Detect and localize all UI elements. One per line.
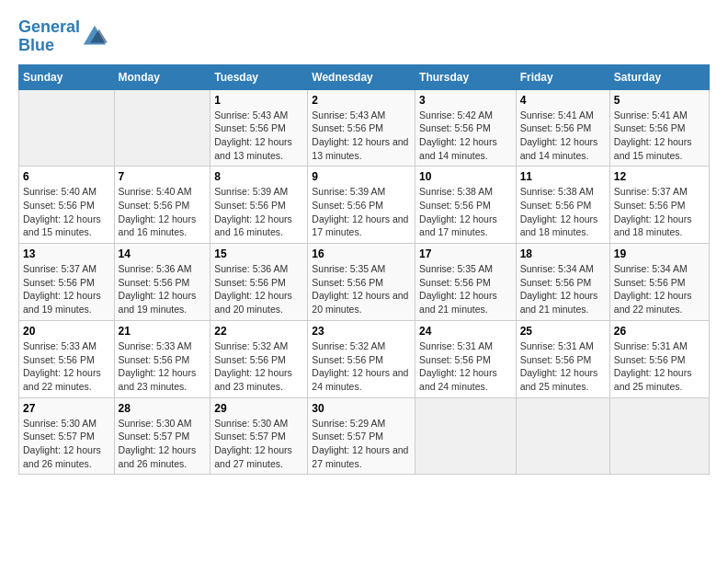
day-info: Sunrise: 5:32 AMSunset: 5:56 PMDaylight:… — [312, 339, 411, 394]
day-info: Sunrise: 5:35 AMSunset: 5:56 PMDaylight:… — [419, 262, 512, 316]
day-info: Sunrise: 5:41 AMSunset: 5:56 PMDaylight:… — [614, 109, 705, 163]
day-number: 16 — [312, 247, 411, 260]
day-cell: 21Sunrise: 5:33 AMSunset: 5:56 PMDayligh… — [114, 320, 210, 397]
day-number: 13 — [23, 247, 110, 260]
day-cell — [415, 397, 517, 475]
day-info: Sunrise: 5:31 AMSunset: 5:56 PMDaylight:… — [520, 339, 606, 394]
day-info: Sunrise: 5:40 AMSunset: 5:56 PMDaylight:… — [23, 185, 110, 239]
header-cell-sunday: Sunday — [19, 64, 115, 89]
day-cell — [114, 89, 210, 167]
day-number: 23 — [312, 325, 411, 338]
day-cell: 22Sunrise: 5:32 AMSunset: 5:56 PMDayligh… — [210, 320, 308, 397]
day-cell: 4Sunrise: 5:41 AMSunset: 5:56 PMDaylight… — [516, 89, 609, 167]
day-number: 12 — [614, 170, 705, 183]
day-cell: 15Sunrise: 5:36 AMSunset: 5:56 PMDayligh… — [210, 244, 308, 321]
header-cell-thursday: Thursday — [415, 64, 517, 89]
day-cell: 27Sunrise: 5:30 AMSunset: 5:57 PMDayligh… — [19, 397, 115, 475]
day-info: Sunrise: 5:34 AMSunset: 5:56 PMDaylight:… — [614, 262, 705, 316]
logo: GeneralBlue — [18, 18, 108, 55]
day-info: Sunrise: 5:39 AMSunset: 5:56 PMDaylight:… — [214, 185, 303, 239]
day-info: Sunrise: 5:40 AMSunset: 5:56 PMDaylight:… — [119, 185, 207, 239]
calendar-body: 1Sunrise: 5:43 AMSunset: 5:56 PMDaylight… — [19, 89, 710, 475]
day-info: Sunrise: 5:39 AMSunset: 5:56 PMDaylight:… — [312, 185, 411, 239]
day-info: Sunrise: 5:38 AMSunset: 5:56 PMDaylight:… — [419, 185, 512, 239]
day-cell: 3Sunrise: 5:42 AMSunset: 5:56 PMDaylight… — [415, 89, 517, 167]
day-info: Sunrise: 5:43 AMSunset: 5:56 PMDaylight:… — [312, 109, 411, 163]
day-cell: 9Sunrise: 5:39 AMSunset: 5:56 PMDaylight… — [308, 167, 415, 244]
day-cell: 11Sunrise: 5:38 AMSunset: 5:56 PMDayligh… — [516, 167, 609, 244]
day-info: Sunrise: 5:38 AMSunset: 5:56 PMDaylight:… — [520, 185, 606, 239]
page-header: GeneralBlue — [18, 18, 710, 55]
day-number: 11 — [520, 170, 606, 183]
week-row-3: 13Sunrise: 5:37 AMSunset: 5:56 PMDayligh… — [19, 244, 710, 321]
day-cell: 16Sunrise: 5:35 AMSunset: 5:56 PMDayligh… — [308, 244, 415, 321]
day-cell: 13Sunrise: 5:37 AMSunset: 5:56 PMDayligh… — [19, 244, 115, 321]
day-number: 7 — [119, 170, 207, 183]
week-row-1: 1Sunrise: 5:43 AMSunset: 5:56 PMDaylight… — [19, 89, 710, 167]
day-info: Sunrise: 5:43 AMSunset: 5:56 PMDaylight:… — [214, 109, 303, 163]
day-number: 24 — [419, 325, 512, 338]
week-row-4: 20Sunrise: 5:33 AMSunset: 5:56 PMDayligh… — [19, 320, 710, 397]
day-number: 22 — [214, 325, 303, 338]
day-cell: 29Sunrise: 5:30 AMSunset: 5:57 PMDayligh… — [210, 397, 308, 475]
day-number: 18 — [520, 247, 606, 260]
day-cell: 26Sunrise: 5:31 AMSunset: 5:56 PMDayligh… — [609, 320, 709, 397]
day-number: 6 — [23, 170, 110, 183]
header-cell-friday: Friday — [516, 64, 609, 89]
day-number: 29 — [214, 402, 303, 415]
day-info: Sunrise: 5:37 AMSunset: 5:56 PMDaylight:… — [614, 185, 705, 239]
day-cell: 1Sunrise: 5:43 AMSunset: 5:56 PMDaylight… — [210, 89, 308, 167]
day-number: 8 — [214, 170, 303, 183]
day-number: 14 — [119, 247, 207, 260]
day-cell: 23Sunrise: 5:32 AMSunset: 5:56 PMDayligh… — [308, 320, 415, 397]
day-info: Sunrise: 5:36 AMSunset: 5:56 PMDaylight:… — [119, 262, 207, 316]
day-info: Sunrise: 5:30 AMSunset: 5:57 PMDaylight:… — [119, 417, 207, 471]
logo-text: GeneralBlue — [18, 18, 80, 55]
day-info: Sunrise: 5:36 AMSunset: 5:56 PMDaylight:… — [214, 262, 303, 316]
day-cell: 20Sunrise: 5:33 AMSunset: 5:56 PMDayligh… — [19, 320, 115, 397]
day-number: 21 — [119, 325, 207, 338]
day-number: 20 — [23, 325, 110, 338]
day-info: Sunrise: 5:34 AMSunset: 5:56 PMDaylight:… — [520, 262, 606, 316]
day-cell — [19, 89, 115, 167]
day-cell: 18Sunrise: 5:34 AMSunset: 5:56 PMDayligh… — [516, 244, 609, 321]
calendar-header-row: SundayMondayTuesdayWednesdayThursdayFrid… — [19, 64, 710, 89]
day-number: 26 — [614, 325, 705, 338]
day-cell: 24Sunrise: 5:31 AMSunset: 5:56 PMDayligh… — [415, 320, 517, 397]
day-number: 2 — [312, 94, 411, 107]
day-cell — [609, 397, 709, 475]
day-cell: 25Sunrise: 5:31 AMSunset: 5:56 PMDayligh… — [516, 320, 609, 397]
day-cell: 6Sunrise: 5:40 AMSunset: 5:56 PMDaylight… — [19, 167, 115, 244]
day-cell: 5Sunrise: 5:41 AMSunset: 5:56 PMDaylight… — [609, 89, 709, 167]
day-number: 3 — [419, 94, 512, 107]
day-number: 15 — [214, 247, 303, 260]
day-info: Sunrise: 5:41 AMSunset: 5:56 PMDaylight:… — [520, 109, 606, 163]
logo-icon — [82, 24, 108, 50]
day-cell: 17Sunrise: 5:35 AMSunset: 5:56 PMDayligh… — [415, 244, 517, 321]
day-cell: 28Sunrise: 5:30 AMSunset: 5:57 PMDayligh… — [114, 397, 210, 475]
day-number: 17 — [419, 247, 512, 260]
day-number: 1 — [214, 94, 303, 107]
day-number: 4 — [520, 94, 606, 107]
day-cell: 10Sunrise: 5:38 AMSunset: 5:56 PMDayligh… — [415, 167, 517, 244]
day-info: Sunrise: 5:30 AMSunset: 5:57 PMDaylight:… — [23, 417, 110, 471]
day-cell: 12Sunrise: 5:37 AMSunset: 5:56 PMDayligh… — [609, 167, 709, 244]
header-cell-saturday: Saturday — [609, 64, 709, 89]
day-cell: 30Sunrise: 5:29 AMSunset: 5:57 PMDayligh… — [308, 397, 415, 475]
day-number: 30 — [312, 402, 411, 415]
day-info: Sunrise: 5:33 AMSunset: 5:56 PMDaylight:… — [119, 339, 207, 394]
day-number: 19 — [614, 247, 705, 260]
day-number: 27 — [23, 402, 110, 415]
day-cell: 8Sunrise: 5:39 AMSunset: 5:56 PMDaylight… — [210, 167, 308, 244]
day-info: Sunrise: 5:31 AMSunset: 5:56 PMDaylight:… — [614, 339, 705, 394]
day-number: 5 — [614, 94, 705, 107]
day-cell: 14Sunrise: 5:36 AMSunset: 5:56 PMDayligh… — [114, 244, 210, 321]
week-row-5: 27Sunrise: 5:30 AMSunset: 5:57 PMDayligh… — [19, 397, 710, 475]
day-number: 25 — [520, 325, 606, 338]
day-info: Sunrise: 5:35 AMSunset: 5:56 PMDaylight:… — [312, 262, 411, 316]
day-info: Sunrise: 5:30 AMSunset: 5:57 PMDaylight:… — [214, 417, 303, 471]
day-info: Sunrise: 5:33 AMSunset: 5:56 PMDaylight:… — [23, 339, 110, 394]
day-number: 10 — [419, 170, 512, 183]
header-cell-monday: Monday — [114, 64, 210, 89]
calendar-table: SundayMondayTuesdayWednesdayThursdayFrid… — [18, 64, 710, 476]
